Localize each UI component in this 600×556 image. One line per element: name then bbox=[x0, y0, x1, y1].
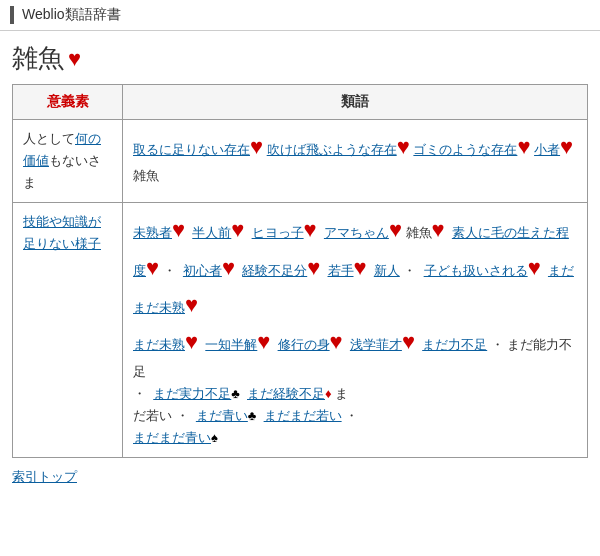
link-s20[interactable]: まだまだ若い bbox=[264, 408, 342, 423]
page-title: 雑魚♥ bbox=[0, 31, 600, 84]
col-meaning-header: 意義素 bbox=[13, 85, 123, 120]
footer-links: 索引トップ bbox=[0, 458, 600, 496]
link-syn-1[interactable]: 取るに足りない存在 bbox=[133, 142, 250, 157]
link-s12[interactable]: まだ未熟 bbox=[133, 337, 185, 352]
synonyms-cell-2: 未熟者♥ 半人前♥ ヒヨっ子♥ アマちゃん♥ 雑魚♥ 素人に毛の生えた程度♥ ・… bbox=[123, 203, 588, 458]
link-meaning-2[interactable]: 技能や知識が足りない様子 bbox=[23, 214, 101, 251]
link-syn-3[interactable]: ゴミのような存在 bbox=[413, 142, 517, 157]
link-syn-2[interactable]: 吹けば飛ぶような存在 bbox=[267, 142, 397, 157]
accent-bar bbox=[10, 6, 14, 24]
header-title: Weblio類語辞書 bbox=[22, 6, 121, 24]
col-synonyms-header: 類語 bbox=[123, 85, 588, 120]
link-s10[interactable]: 子ども扱いされる bbox=[424, 263, 528, 278]
link-s18[interactable]: まだ経験不足 bbox=[247, 386, 325, 401]
link-syn-4[interactable]: 小者 bbox=[534, 142, 560, 157]
footer-index-link[interactable]: 索引トップ bbox=[12, 469, 77, 484]
link-s17[interactable]: まだ実力不足 bbox=[153, 386, 231, 401]
link-s9[interactable]: 新人 bbox=[374, 263, 400, 278]
link-s2[interactable]: 半人前 bbox=[192, 225, 231, 240]
link-s14[interactable]: 修行の身 bbox=[278, 337, 330, 352]
link-s8[interactable]: 若手 bbox=[328, 263, 354, 278]
link-s13[interactable]: 一知半解 bbox=[205, 337, 257, 352]
link-value[interactable]: 何の価値 bbox=[23, 131, 101, 168]
meaning-cell-1: 人として何の価値もないさま bbox=[13, 120, 123, 203]
synonyms-cell-1: 取るに足りない存在♥ 吹けば飛ぶような存在♥ ゴミのような存在♥ 小者♥ 雑魚 bbox=[123, 120, 588, 203]
word-title: 雑魚 bbox=[12, 41, 64, 76]
synonyms-table: 意義素 類語 人として何の価値もないさま 取るに足りない存在♥ 吹けば飛ぶような… bbox=[12, 84, 588, 458]
link-s16[interactable]: まだ力不足 bbox=[422, 337, 487, 352]
header-bar: Weblio類語辞書 bbox=[0, 0, 600, 31]
meaning-cell-2: 技能や知識が足りない様子 bbox=[13, 203, 123, 458]
link-s19[interactable]: まだ青い bbox=[196, 408, 248, 423]
link-s15[interactable]: 浅学菲才 bbox=[350, 337, 402, 352]
link-s1[interactable]: 未熟者 bbox=[133, 225, 172, 240]
table-row: 人として何の価値もないさま 取るに足りない存在♥ 吹けば飛ぶような存在♥ ゴミの… bbox=[13, 120, 588, 203]
link-s7[interactable]: 経験不足分 bbox=[242, 263, 307, 278]
link-s6[interactable]: 初心者 bbox=[183, 263, 222, 278]
link-s4[interactable]: アマちゃん bbox=[324, 225, 389, 240]
heart-icon: ♥ bbox=[68, 46, 81, 72]
link-s3[interactable]: ヒヨっ子 bbox=[252, 225, 304, 240]
table-row: 技能や知識が足りない様子 未熟者♥ 半人前♥ ヒヨっ子♥ アマちゃん♥ 雑魚♥ … bbox=[13, 203, 588, 458]
link-s21[interactable]: まだまだ青い bbox=[133, 430, 211, 445]
